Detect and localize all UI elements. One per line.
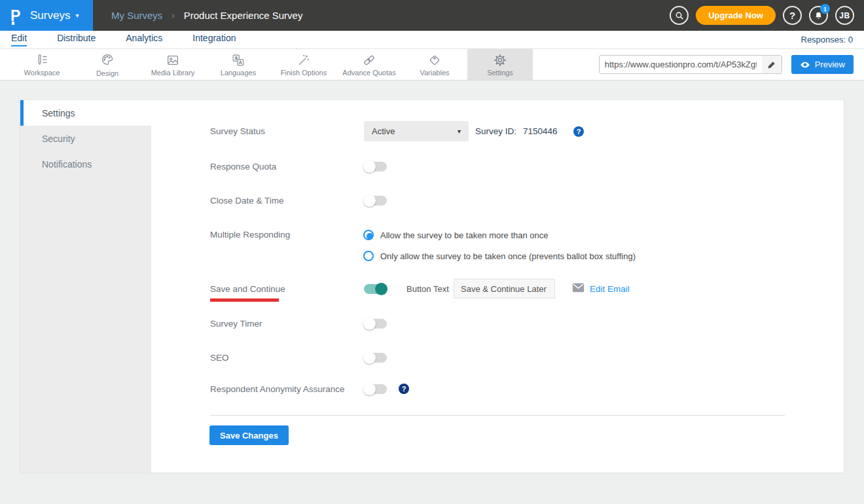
survey-id-label: Survey ID: — [475, 126, 516, 136]
settings-card: Settings Security Notifications Survey S… — [20, 99, 844, 473]
button-text-input[interactable] — [454, 279, 555, 298]
palette-icon — [100, 52, 115, 67]
chevron-down-icon: ▾ — [75, 12, 79, 19]
breadcrumb-separator-icon: › — [171, 10, 174, 20]
row-survey-status: Survey Status Active ▾ Survey ID: 715044… — [20, 121, 844, 141]
toolbar-item-finish-options[interactable]: Finish Options — [271, 49, 336, 80]
product-name: Surveys — [30, 9, 70, 22]
radio-option-multiple-allowed[interactable]: Allow the survey to be taken more than o… — [363, 230, 549, 240]
row-survey-timer: Survey Timer — [20, 313, 844, 334]
avatar[interactable]: JB — [835, 6, 854, 25]
anonymity-help-icon[interactable]: ? — [399, 384, 409, 394]
survey-url-box — [599, 55, 782, 74]
anonymity-label: Respondent Anonymity Assurance — [210, 384, 357, 394]
question-mark-icon: ? — [789, 10, 795, 21]
seo-toggle[interactable] — [364, 353, 387, 363]
save-continue-highlight-underline — [210, 298, 279, 302]
row-multiple-responding: Multiple Responding Allow the survey to … — [20, 225, 844, 266]
close-date-toggle[interactable] — [364, 196, 387, 206]
breadcrumb-my-surveys[interactable]: My Surveys — [111, 10, 162, 21]
response-quota-toggle[interactable] — [364, 162, 387, 171]
translate-icon — [231, 53, 245, 67]
tab-integration[interactable]: Integration — [192, 33, 236, 46]
radio-unselected-icon[interactable] — [363, 251, 374, 261]
toolbar-right: Preview — [599, 49, 864, 80]
survey-id-help-icon[interactable]: ? — [573, 126, 584, 137]
image-icon — [166, 53, 180, 67]
tab-analytics[interactable]: Analytics — [126, 33, 162, 46]
email-icon — [572, 283, 585, 295]
tab-edit[interactable]: Edit — [11, 33, 27, 46]
pencil-icon — [767, 60, 776, 69]
preview-button[interactable]: Preview — [791, 55, 854, 74]
tag-icon — [427, 53, 442, 67]
workspace-icon — [35, 53, 49, 67]
questionpro-logo-icon: P — [10, 6, 27, 26]
notification-badge: 1 — [820, 4, 830, 14]
toolbar-item-advance-quotas[interactable]: Advance Quotas — [336, 49, 402, 80]
chain-link-icon — [362, 53, 376, 67]
survey-status-dropdown[interactable]: Active ▾ — [364, 121, 469, 141]
edit-url-button[interactable] — [762, 56, 782, 73]
gear-icon — [493, 53, 507, 67]
settings-form: Survey Status Active ▾ Survey ID: 715044… — [20, 100, 844, 473]
eye-icon — [800, 60, 810, 70]
survey-id-value: 7150446 — [523, 126, 558, 136]
search-icon — [674, 10, 685, 21]
button-text-label: Button Text — [406, 284, 449, 294]
upgrade-now-button[interactable]: Upgrade Now — [696, 6, 776, 25]
row-close-date: Close Date & Time — [20, 190, 844, 211]
breadcrumb: My Surveys › Product Experience Survey — [111, 10, 302, 21]
row-response-quota: Response Quota — [20, 156, 844, 177]
survey-tabbar: Edit Distribute Analytics Integration Re… — [0, 31, 864, 49]
top-header: P Surveys ▾ My Surveys › Product Experie… — [0, 0, 864, 31]
multiple-responding-label: Multiple Responding — [210, 230, 357, 240]
edit-email-link[interactable]: Edit Email — [590, 284, 630, 294]
toolbar-item-media-library[interactable]: Media Library — [140, 49, 206, 80]
tab-distribute[interactable]: Distribute — [57, 33, 96, 46]
help-button[interactable]: ? — [783, 6, 802, 25]
radio-option-once-only[interactable]: Only allow the survey to be taken once (… — [363, 251, 636, 261]
responses-count: Responses: 0 — [801, 35, 854, 45]
row-anonymity: Respondent Anonymity Assurance ? — [20, 378, 844, 399]
form-divider — [210, 415, 785, 416]
anonymity-toggle[interactable] — [364, 384, 387, 394]
product-switcher[interactable]: P Surveys ▾ — [0, 0, 93, 31]
save-continue-toggle[interactable] — [364, 284, 387, 294]
chevron-down-icon: ▾ — [458, 128, 461, 135]
row-seo: SEO — [20, 347, 844, 368]
toolbar-item-workspace[interactable]: Workspace — [9, 49, 75, 80]
row-save-and-continue: Save and Continue Button Text Edit Email — [20, 278, 844, 299]
radio-selected-icon[interactable] — [363, 230, 374, 240]
save-continue-label: Save and Continue — [210, 284, 357, 294]
seo-label: SEO — [210, 353, 357, 363]
survey-timer-toggle[interactable] — [364, 319, 387, 329]
header-actions: Upgrade Now ? 1 JB — [670, 6, 864, 25]
toolbar-item-design[interactable]: Design — [75, 49, 140, 80]
toolbar-item-settings[interactable]: Settings — [467, 49, 533, 80]
toolbar-item-variables[interactable]: Variables — [402, 49, 467, 80]
magic-wand-icon — [297, 53, 311, 67]
survey-url-input[interactable] — [600, 60, 762, 69]
edit-toolbar: Workspace Design Media Library Languages… — [0, 49, 864, 81]
page-body: Settings Security Notifications Survey S… — [0, 81, 864, 504]
notifications-button[interactable]: 1 — [809, 6, 828, 25]
response-quota-label: Response Quota — [210, 162, 357, 171]
search-button[interactable] — [670, 6, 689, 25]
survey-timer-label: Survey Timer — [210, 319, 357, 329]
survey-status-label: Survey Status — [210, 126, 357, 136]
page-title: Product Experience Survey — [184, 10, 303, 21]
app-root: P Surveys ▾ My Surveys › Product Experie… — [0, 0, 864, 504]
toolbar-item-languages[interactable]: Languages — [206, 49, 271, 80]
close-date-label: Close Date & Time — [210, 196, 357, 206]
save-changes-button[interactable]: Save Changes — [209, 425, 289, 445]
